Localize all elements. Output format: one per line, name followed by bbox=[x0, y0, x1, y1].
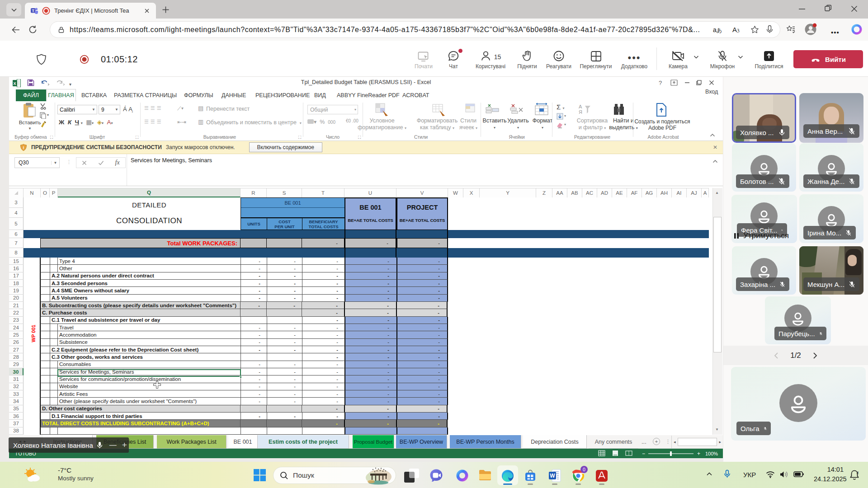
svg-text:!: ! bbox=[23, 145, 24, 150]
svg-text:z: z bbox=[857, 470, 859, 475]
svg-text:А: А bbox=[579, 104, 582, 109]
svg-text:T: T bbox=[32, 9, 34, 13]
svg-text:Я: Я bbox=[579, 109, 582, 115]
svg-text:W: W bbox=[550, 473, 555, 479]
